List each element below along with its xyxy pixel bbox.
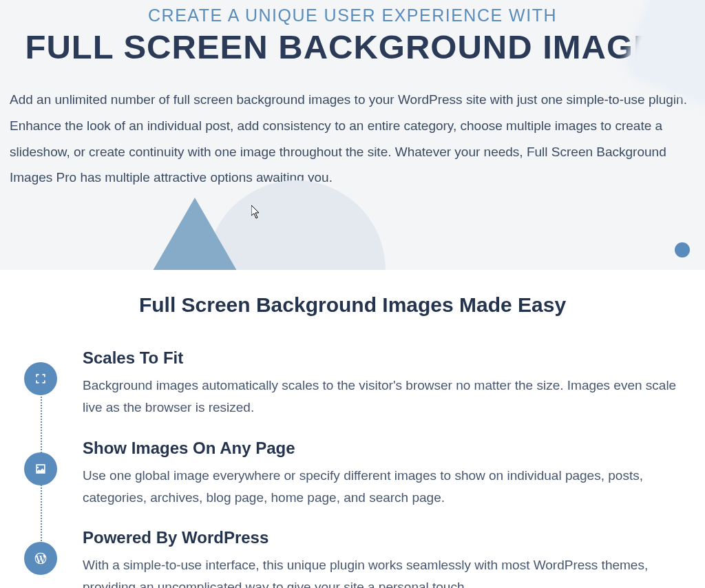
feature-item: Show Images On Any Page Use one global i… bbox=[83, 439, 686, 510]
section-title: Full Screen Background Images Made Easy bbox=[19, 293, 686, 317]
hero-intro: Add an unlimited number of full screen b… bbox=[10, 87, 695, 190]
feature-title: Scales To Fit bbox=[83, 348, 686, 368]
hero-overline: CREATE A UNIQUE USER EXPERIENCE WITH bbox=[10, 6, 695, 25]
wordpress-icon bbox=[24, 542, 57, 575]
expand-icon bbox=[24, 362, 57, 395]
features-section: Full Screen Background Images Made Easy … bbox=[0, 270, 705, 588]
feature-title: Powered By WordPress bbox=[83, 528, 686, 547]
feature-desc: Background images automatically scales t… bbox=[83, 375, 686, 419]
decorative-circle-small bbox=[675, 242, 690, 258]
feature-item: Powered By WordPress With a simple-to-us… bbox=[83, 528, 686, 588]
feature-desc: Use one global image everywhere or speci… bbox=[83, 465, 686, 510]
hero-section: CREATE A UNIQUE USER EXPERIENCE WITH FUL… bbox=[0, 0, 705, 270]
feature-title: Show Images On Any Page bbox=[83, 439, 686, 458]
feature-item: Scales To Fit Background images automati… bbox=[83, 348, 686, 419]
feature-list: Scales To Fit Background images automati… bbox=[19, 348, 686, 588]
decorative-triangle bbox=[129, 198, 260, 270]
hero-headline: FULL SCREEN BACKGROUND IMAGES bbox=[10, 30, 695, 65]
image-icon bbox=[24, 452, 57, 485]
feature-desc: With a simple-to-use interface, this uni… bbox=[83, 554, 686, 588]
